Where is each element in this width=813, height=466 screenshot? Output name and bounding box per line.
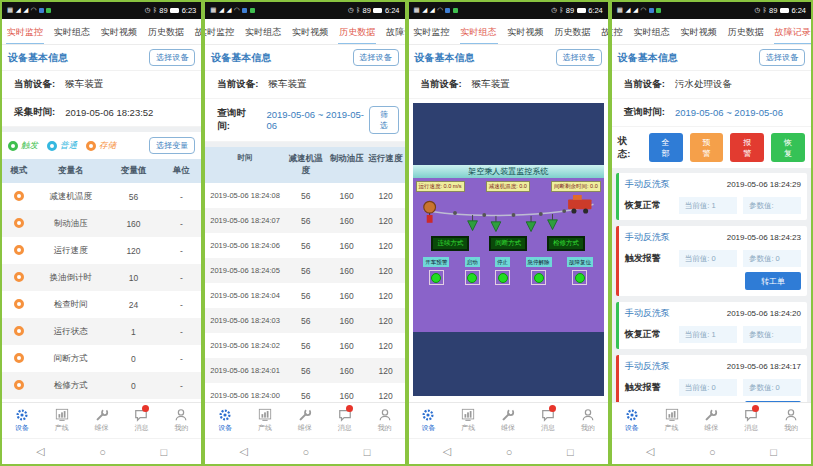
tab-realtime-config[interactable]: 实时组态 (460, 19, 498, 45)
tab-realtime-monitor[interactable]: 实时监控 (413, 19, 451, 45)
nav-item-maintenance[interactable]: 维保 (285, 408, 325, 433)
table-row: 制动油压160- (2, 210, 201, 237)
tab-realtime-config[interactable]: 实时组态 (53, 19, 91, 45)
select-device-button[interactable]: 选择设备 (556, 49, 602, 66)
filter-warning-button[interactable]: 预警 (690, 133, 724, 162)
tab-realtime-video[interactable]: 实时视频 (680, 19, 718, 45)
android-back-button[interactable]: ◁ (646, 445, 654, 458)
select-device-button[interactable]: 选择设备 (759, 49, 805, 66)
select-variable-button[interactable]: 选择变量 (149, 137, 195, 154)
select-device-button[interactable]: 选择设备 (353, 49, 399, 66)
nav-item-profile[interactable]: 我的 (568, 408, 608, 433)
filter-restore-button[interactable]: 恢复 (771, 133, 805, 162)
nav-item-device[interactable]: 设备 (409, 408, 449, 433)
nav-item-production-line[interactable]: 产线 (448, 408, 488, 433)
signal-icon: ◢ (226, 7, 231, 14)
status-bar: ▦ ◢ ◢ ◠ ◷ ᛒ 89 6:24 (612, 2, 811, 19)
estop-release-lamp[interactable] (531, 270, 546, 285)
notification-icon (242, 8, 247, 13)
panel-content: 设备基本信息 选择设备 当前设备: 猴车装置 查询时间: 2019-05-06 … (205, 45, 404, 402)
apps-icon: ▦ (414, 7, 420, 14)
android-recents-button[interactable]: □ (770, 446, 777, 458)
tab-history-data[interactable]: 历史数据 (554, 19, 592, 45)
android-back-button[interactable]: ◁ (36, 445, 44, 458)
tab-fault-record[interactable]: 故障记录 (194, 19, 201, 45)
nav-item-production-line[interactable]: 产线 (42, 408, 82, 433)
nav-item-production-line[interactable]: 产线 (245, 408, 285, 433)
mode-intermittent-button[interactable]: 间断方式 (489, 236, 527, 251)
android-back-button[interactable]: ◁ (239, 445, 247, 458)
alarm-icon: ◷ (348, 7, 354, 14)
nav-item-messages[interactable]: 消息 (122, 408, 162, 433)
nav-item-profile[interactable]: 我的 (771, 408, 811, 433)
apps-icon: ▦ (617, 7, 623, 14)
tab-realtime-video[interactable]: 实时视频 (100, 19, 138, 45)
stop-lamp[interactable] (495, 270, 510, 285)
nav-item-profile[interactable]: 我的 (161, 408, 201, 433)
current-device-value: 猴车装置 (65, 78, 103, 91)
nav-item-maintenance[interactable]: 维保 (691, 408, 731, 433)
tab-history-data[interactable]: 历史数据 (147, 19, 185, 45)
android-home-button[interactable]: ○ (506, 446, 513, 458)
create-work-order-button[interactable]: 转工单 (745, 272, 801, 290)
tab-history-data[interactable]: 历史数据 (338, 19, 376, 45)
select-device-button[interactable]: 选择设备 (149, 49, 195, 66)
android-recents-button[interactable]: □ (567, 446, 574, 458)
tab-fault-record[interactable]: 故障记录 (774, 19, 811, 45)
mode-overhaul-button[interactable]: 检修方式 (547, 236, 585, 251)
query-time-range[interactable]: 2019-05-06 ~ 2019-05-06 (266, 109, 369, 131)
tab-history-data[interactable]: 历史数据 (727, 19, 765, 45)
android-home-button[interactable]: ○ (709, 446, 716, 458)
variable-table[interactable]: 减速机温度56- 制动油压160- 运行速度120- 换油倒计时10- 检查时间… (2, 183, 201, 402)
android-recents-button[interactable]: □ (161, 446, 168, 458)
bar-chart-icon (55, 408, 69, 422)
speed-readout: 运行速度: 0.0 m/s (416, 181, 465, 192)
android-home-button[interactable]: ○ (99, 446, 106, 458)
start-lamp[interactable] (465, 270, 480, 285)
filter-alarm-button[interactable]: 报警 (730, 133, 764, 162)
mode-continuous-button[interactable]: 连续方式 (431, 236, 469, 251)
filter-all-button[interactable]: 全部 (649, 133, 683, 162)
fault-card: 手动反洗泵 2019-05-06 18:24:23 触发报警 当前值: 0 参数… (616, 226, 807, 296)
nav-item-messages[interactable]: 消息 (528, 408, 568, 433)
status-time: 6:24 (588, 6, 603, 15)
bar-chart-icon (461, 408, 475, 422)
table-header: 时间 减速机温度 制动油压 运行速度 (205, 147, 404, 183)
android-back-button[interactable]: ◁ (443, 445, 451, 458)
person-icon (378, 408, 392, 422)
fault-record-list[interactable]: 手动反洗泵 2019-05-06 18:24:29 恢复正常 当前值: 1 参数… (612, 168, 811, 402)
current-value-field: 当前值: 1 (679, 197, 737, 214)
scada-canvas: 运行速度: 0.0 m/s 减速机温度: 0.0 间断剩余时间: 0.0 (413, 178, 604, 332)
tab-realtime-video[interactable]: 实时视频 (507, 19, 545, 45)
nav-item-production-line[interactable]: 产线 (652, 408, 692, 433)
bottom-nav: 设备 产线 维保 消息 我的 (2, 402, 201, 438)
tab-fault-record[interactable]: 故障记录 (601, 19, 608, 45)
prestart-warning-lamp[interactable] (429, 270, 444, 285)
nav-item-messages[interactable]: 消息 (325, 408, 365, 433)
nav-item-maintenance[interactable]: 维保 (82, 408, 122, 433)
filter-button[interactable]: 筛选 (369, 106, 398, 134)
query-time-range[interactable]: 2019-05-06 ~ 2019-05-06 (675, 107, 783, 118)
nav-item-maintenance[interactable]: 维保 (488, 408, 528, 433)
tab-realtime-video[interactable]: 实时视频 (291, 19, 329, 45)
tab-realtime-monitor[interactable]: 实时监控 (6, 19, 44, 45)
nav-item-device[interactable]: 设备 (612, 408, 652, 433)
nav-item-profile[interactable]: 我的 (365, 408, 405, 433)
nav-item-device[interactable]: 设备 (205, 408, 245, 433)
tab-realtime-config[interactable]: 实时组态 (633, 19, 671, 45)
history-table[interactable]: 2019-05-06 18:24:0856160120 2019-05-06 1… (205, 183, 404, 402)
nav-item-messages[interactable]: 消息 (731, 408, 771, 433)
fault-reset-lamp[interactable] (572, 270, 587, 285)
tab-realtime-monitor[interactable]: 实时监控 (205, 19, 235, 45)
tab-realtime-monitor[interactable]: 实时监控 (612, 19, 624, 45)
tab-realtime-config[interactable]: 实时组态 (244, 19, 282, 45)
table-row: 2019-05-06 18:24:0056160120 (205, 383, 404, 402)
android-recents-button[interactable]: □ (364, 446, 371, 458)
bar-chart-icon (665, 408, 679, 422)
signal-icon: ◢ (633, 7, 638, 14)
nav-item-device[interactable]: 设备 (2, 408, 42, 433)
android-home-button[interactable]: ○ (302, 446, 309, 458)
tab-fault-record[interactable]: 故障记录 (385, 19, 404, 45)
apps-icon: ▦ (7, 7, 13, 14)
notification-icon (445, 8, 450, 13)
